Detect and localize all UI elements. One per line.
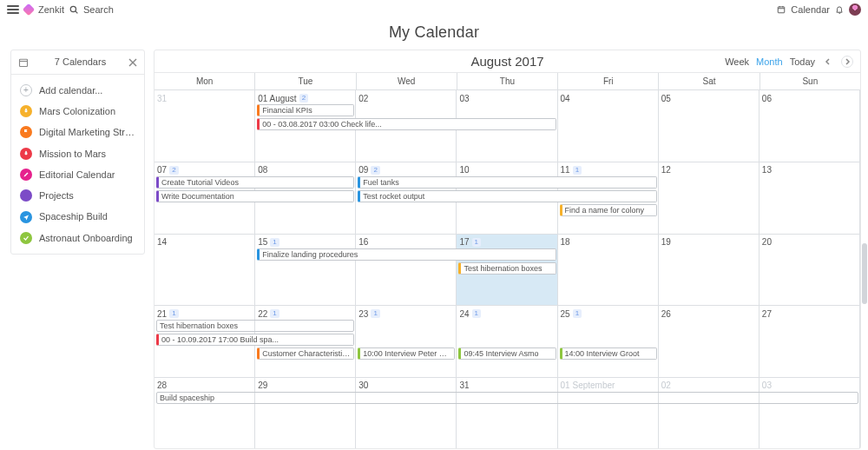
calendar-event[interactable]: Finalize landing procedures bbox=[257, 248, 556, 261]
brand-name: Zenkit bbox=[38, 3, 64, 16]
calendar-event[interactable]: Fuel tanks bbox=[358, 176, 656, 189]
day-number: 20 bbox=[762, 236, 857, 248]
day-number: 31 bbox=[157, 92, 252, 104]
check-icon bbox=[20, 232, 32, 244]
day-number: 04 bbox=[561, 92, 655, 104]
sidebar-item[interactable]: Editorial Calendar bbox=[11, 164, 144, 185]
calendar-day[interactable]: 03 bbox=[760, 378, 860, 449]
weekday-header: Tue bbox=[255, 73, 356, 89]
calendar-event[interactable]: 10:00 Interview Peter Quill bbox=[358, 347, 455, 360]
sidebar-item-label: Digital Marketing Strategy bbox=[39, 126, 135, 138]
calendar-day[interactable]: 31 bbox=[457, 378, 557, 449]
search-icon[interactable] bbox=[69, 5, 78, 14]
view-month[interactable]: Month bbox=[756, 56, 783, 68]
search-label[interactable]: Search bbox=[83, 3, 114, 16]
calendar-event[interactable]: Test rocket output bbox=[358, 190, 656, 202]
view-week[interactable]: Week bbox=[725, 56, 749, 68]
calendar-day[interactable]: 04 bbox=[558, 90, 659, 162]
calendar-day[interactable]: 19 bbox=[659, 235, 760, 306]
calendar-day[interactable]: 28 bbox=[155, 378, 255, 449]
day-number: 03 bbox=[459, 92, 554, 104]
calendar-day[interactable]: 30 bbox=[356, 378, 457, 449]
day-number: 231 bbox=[358, 308, 453, 320]
day-number: 28 bbox=[157, 380, 252, 392]
calendar-event[interactable]: 00 - 03.08.2017 03:00 Check life... bbox=[257, 118, 556, 130]
day-number: 03 bbox=[762, 380, 857, 392]
calendar-event[interactable]: Customer Characteristic K... bbox=[257, 347, 354, 360]
day-number: 02 bbox=[358, 92, 453, 104]
sidebar-item[interactable]: Spaceship Build bbox=[11, 206, 144, 227]
sidebar-item-label: Mission to Mars bbox=[39, 148, 106, 160]
calendar-event[interactable]: Create Tutorial Videos bbox=[156, 176, 354, 189]
day-number: 19 bbox=[661, 236, 756, 248]
calendar-day[interactable]: 13 bbox=[760, 162, 860, 234]
calendar-icon[interactable] bbox=[777, 5, 786, 14]
calendar-day[interactable]: 31 bbox=[155, 90, 255, 162]
calendar-day[interactable]: 241 bbox=[457, 306, 557, 377]
calendar-day[interactable]: 29 bbox=[255, 378, 356, 449]
day-number: 241 bbox=[459, 308, 554, 320]
calendar-day[interactable]: 251 bbox=[558, 306, 659, 377]
calendar-event[interactable]: Financial KPIs bbox=[257, 104, 354, 116]
calendar-day[interactable]: 14 bbox=[155, 235, 255, 306]
calendar-day[interactable]: 18 bbox=[558, 235, 659, 306]
day-number: 211 bbox=[157, 308, 252, 320]
weekday-header: Mon bbox=[155, 73, 255, 89]
calendar-day[interactable]: 151 bbox=[255, 235, 356, 306]
rocket-icon bbox=[20, 105, 32, 117]
calendar-day[interactable]: 231 bbox=[356, 306, 457, 377]
day-number: 01 September bbox=[561, 380, 655, 392]
day-number: 27 bbox=[762, 308, 857, 320]
event-count-badge: 2 bbox=[371, 166, 379, 175]
calendar-day[interactable]: 01 September bbox=[558, 378, 659, 449]
day-number: 30 bbox=[358, 380, 453, 392]
calendar-day[interactable]: 12 bbox=[659, 162, 760, 234]
sidebar-heading: 7 Calendars bbox=[32, 56, 128, 68]
sidebar-item[interactable]: Astronaut Onboarding bbox=[11, 228, 144, 248]
calendar-event[interactable]: 00 - 10.09.2017 17:00 Build spa... bbox=[156, 334, 354, 346]
day-number: 06 bbox=[762, 92, 857, 104]
calendar-event[interactable]: Write Documentation bbox=[156, 190, 354, 202]
sidebar-item[interactable]: Mission to Mars bbox=[11, 143, 144, 164]
day-number: 072 bbox=[157, 164, 252, 176]
top-right-view-label[interactable]: Calendar bbox=[791, 3, 830, 16]
calendar-event[interactable]: 14:00 Interview Groot bbox=[560, 347, 657, 360]
calendar-event[interactable]: Find a name for colony bbox=[560, 204, 657, 216]
sidebar-item[interactable]: Mars Colonization bbox=[11, 101, 144, 122]
event-count-badge: 2 bbox=[169, 166, 178, 175]
plane-icon bbox=[20, 211, 32, 223]
sidebar-item[interactable]: Digital Marketing Strategy bbox=[11, 122, 144, 142]
sidebar-item-label: Mars Colonization bbox=[39, 105, 115, 117]
day-number: 05 bbox=[661, 92, 756, 104]
view-today[interactable]: Today bbox=[790, 56, 815, 68]
calendar-day[interactable]: 27 bbox=[760, 306, 860, 377]
weekday-header: Wed bbox=[357, 73, 457, 89]
calendar-day[interactable]: 05 bbox=[659, 90, 760, 162]
wand-icon bbox=[20, 189, 32, 202]
calendar-event[interactable]: Test hibernation boxes bbox=[156, 320, 354, 332]
calendar-event[interactable]: 09:45 Interview Asmo bbox=[458, 347, 556, 360]
svg-point-0 bbox=[70, 6, 76, 11]
calendar-day[interactable]: 20 bbox=[760, 235, 860, 306]
add-calendar-button[interactable]: + Add calendar... bbox=[11, 80, 144, 101]
calendar-event[interactable]: Test hibernation boxes bbox=[458, 262, 556, 275]
calendar-day[interactable]: 02 bbox=[659, 378, 760, 449]
calendar-day[interactable]: 16 bbox=[356, 235, 457, 306]
event-count-badge: 1 bbox=[270, 309, 279, 318]
menu-icon[interactable] bbox=[7, 5, 19, 14]
next-arrow[interactable] bbox=[841, 56, 853, 68]
prev-arrow[interactable] bbox=[822, 56, 834, 68]
day-number: 171 bbox=[459, 236, 554, 248]
scrollbar[interactable] bbox=[862, 243, 867, 304]
calendar-day[interactable]: 26 bbox=[659, 306, 760, 377]
event-count-badge: 1 bbox=[573, 309, 582, 318]
day-number: 26 bbox=[661, 308, 756, 320]
calendar-day[interactable]: 06 bbox=[760, 90, 860, 162]
bell-icon[interactable] bbox=[835, 5, 844, 14]
sidebar: 7 Calendars + Add calendar... Mars Colon… bbox=[10, 50, 145, 255]
sidebar-item[interactable]: Projects bbox=[11, 185, 144, 206]
calendar-event[interactable]: Build spaceship bbox=[156, 392, 858, 404]
day-number: 151 bbox=[258, 236, 352, 248]
close-icon[interactable] bbox=[128, 58, 137, 67]
avatar[interactable] bbox=[849, 3, 861, 16]
